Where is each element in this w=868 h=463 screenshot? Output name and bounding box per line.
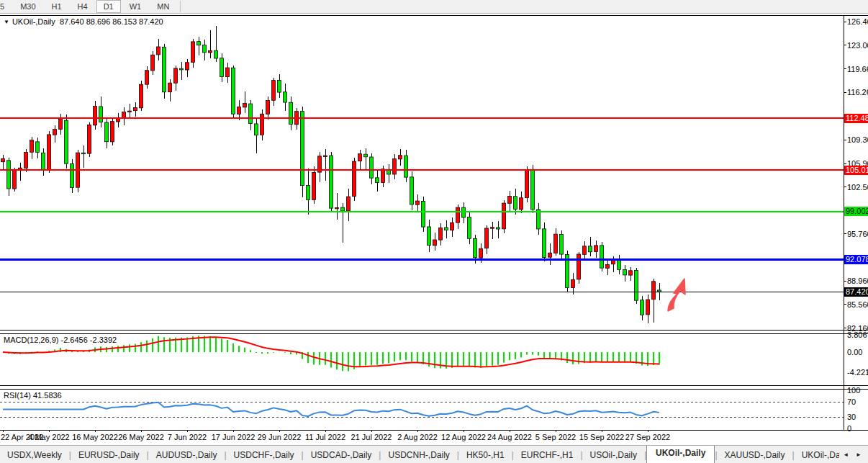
- candle-body: [577, 254, 581, 279]
- date-axis-label[interactable]: 5 Sep 2022: [530, 433, 581, 441]
- candle-body: [652, 282, 656, 300]
- date-axis-label[interactable]: 12 Aug 2022: [438, 433, 489, 441]
- date-axis-label[interactable]: 21 Jul 2022: [346, 433, 397, 441]
- chart-title[interactable]: ▼UKOil-,Daily 87.640 88.696 86.153 87.42…: [4, 17, 163, 26]
- candle-body: [289, 102, 293, 124]
- candle-body: [214, 50, 218, 58]
- candle-body: [145, 71, 149, 84]
- price-axis-label[interactable]: 109.360: [847, 135, 868, 144]
- candle-body: [140, 84, 143, 108]
- timeframe-button-m30[interactable]: M30: [13, 0, 42, 13]
- candle-body: [168, 83, 172, 92]
- date-axis-label[interactable]: 15 Sep 2022: [577, 433, 627, 441]
- tab-eurusd-daily[interactable]: EURUSD-,Daily: [71, 448, 147, 462]
- candle-body: [186, 63, 189, 70]
- date-axis-label[interactable]: 29 Jun 2022: [254, 433, 304, 441]
- candle-body: [30, 140, 34, 153]
- price-axis-label[interactable]: 102.560: [847, 183, 868, 192]
- timeframe-button-mn[interactable]: MN: [150, 0, 176, 13]
- tab-hk50-h1[interactable]: HK50-,H1: [459, 448, 512, 462]
- date-axis-label[interactable]: 17 Jun 2022: [208, 433, 258, 441]
- collapse-triangle-icon[interactable]: ▼: [4, 19, 9, 25]
- candle-body: [261, 114, 264, 135]
- macd-indicator-label: MACD(12,26,9) -2.6456 -2.3392: [4, 336, 117, 344]
- tab-usdx-weekly[interactable]: USDX,Weekly: [0, 448, 69, 462]
- tab-audusd-daily[interactable]: AUDUSD-,Daily: [149, 448, 225, 462]
- macd-axis-label[interactable]: -4.221: [847, 368, 868, 377]
- candle-body: [422, 201, 425, 227]
- price-axis-label[interactable]: 95.760: [847, 230, 868, 238]
- tab-ukoil-daily[interactable]: UKOil-,Daily: [646, 445, 715, 463]
- candle-body: [122, 112, 126, 118]
- tab-usdcnh-daily[interactable]: USDCNH-,Daily: [381, 448, 456, 462]
- tab-scroll-left-icon[interactable]: ◄: [839, 450, 852, 459]
- tab-usdcad-daily[interactable]: USDCAD-,Daily: [304, 448, 379, 462]
- price-axis-label[interactable]: 123.060: [847, 41, 868, 50]
- date-axis-label[interactable]: 24 Aug 2022: [484, 433, 535, 441]
- tab-usdchf-daily[interactable]: USDCHF-,Daily: [227, 448, 302, 462]
- timeframe-button-w1[interactable]: W1: [122, 0, 149, 13]
- candle-body: [191, 42, 195, 63]
- candle-body: [629, 271, 633, 275]
- rsi-axis-label[interactable]: 30: [847, 413, 856, 421]
- candle-body: [646, 300, 650, 315]
- candle-body: [307, 185, 310, 199]
- price-axis-label[interactable]: 126.460: [847, 17, 868, 26]
- date-axis-label[interactable]: 16 May 2022: [70, 433, 120, 441]
- timeframe-button-5[interactable]: 5: [0, 0, 12, 13]
- macd-axis-label[interactable]: 3.8067: [847, 331, 868, 339]
- chart-symbol-label: UKOil-,Daily: [12, 17, 55, 26]
- price-axis-label[interactable]: 119.660: [847, 65, 868, 73]
- candle-body: [7, 161, 11, 189]
- candle-body: [36, 142, 40, 153]
- candle-body: [370, 157, 374, 178]
- candle-body: [82, 153, 86, 154]
- price-level-badge: 99.002: [844, 207, 868, 216]
- price-chart-canvas[interactable]: [0, 14, 868, 445]
- tab-eurchf-h1[interactable]: EURCHF-,H1: [514, 448, 581, 462]
- candle-body: [456, 207, 460, 222]
- rsi-axis-label[interactable]: 70: [847, 397, 856, 406]
- tab-xauusd-daily[interactable]: XAUUSD-,Daily: [718, 448, 792, 462]
- candle-body: [335, 207, 339, 209]
- candle-body: [583, 246, 587, 255]
- date-axis-label[interactable]: 2 Aug 2022: [392, 433, 443, 441]
- candle-body: [404, 156, 408, 177]
- date-axis-label[interactable]: 26 May 2022: [116, 433, 166, 441]
- candle-body: [560, 235, 564, 255]
- candle-body: [312, 173, 316, 200]
- price-axis-label[interactable]: 116.260: [847, 88, 868, 96]
- date-axis-label[interactable]: 11 Jul 2022: [300, 433, 351, 441]
- candle-body: [111, 122, 114, 142]
- date-axis-label[interactable]: 4 May 2022: [24, 433, 74, 441]
- timeframe-button-h4[interactable]: H4: [71, 0, 95, 13]
- chart-window[interactable]: ▼UKOil-,Daily 87.640 88.696 86.153 87.42…: [0, 14, 868, 445]
- candle-body: [197, 42, 201, 45]
- candle-body: [520, 198, 523, 210]
- candle-body: [59, 119, 63, 129]
- chart-ohlc-values: 87.640 88.696 86.153 87.420: [60, 17, 163, 26]
- rsi-axis-label[interactable]: 100: [847, 386, 860, 395]
- price-level-badge: 105.015: [844, 166, 868, 175]
- price-axis-label[interactable]: 85.560: [847, 300, 868, 309]
- price-level-badge: 92.078: [844, 255, 868, 264]
- date-axis-label[interactable]: 27 Sep 2022: [623, 433, 673, 441]
- candle-body: [491, 228, 494, 229]
- macd-axis-label[interactable]: 0.00: [847, 348, 862, 356]
- candle-body: [462, 207, 466, 217]
- tab-scroll-right-icon[interactable]: ►: [852, 450, 865, 459]
- price-axis-label[interactable]: 88.960: [847, 277, 868, 285]
- candle-body: [163, 47, 166, 91]
- date-axis-label[interactable]: 7 Jun 2022: [162, 433, 212, 441]
- candle-body: [381, 169, 385, 183]
- tab-usoil-daily[interactable]: USOil-,Daily: [583, 448, 644, 462]
- candle-body: [249, 104, 253, 123]
- candle-body: [445, 228, 448, 230]
- candle-body: [548, 253, 552, 257]
- timeframe-button-d1[interactable]: D1: [96, 0, 121, 13]
- timeframe-button-h1[interactable]: H1: [45, 0, 69, 13]
- rsi-axis-label[interactable]: 0: [847, 424, 851, 433]
- candle-body: [364, 154, 368, 157]
- tab-ukoil-da[interactable]: UKOil-,Da: [795, 448, 840, 462]
- tab-scrollers: ◄►: [839, 450, 868, 459]
